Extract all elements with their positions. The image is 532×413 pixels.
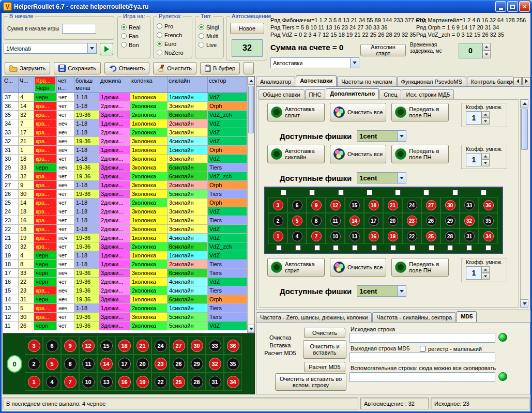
number-17[interactable]: 17 [118, 358, 131, 370]
number-15[interactable]: 15 [349, 200, 360, 210]
number-12[interactable]: 12 [330, 200, 341, 210]
number-24[interactable]: 24 [155, 340, 167, 352]
md5-clear-paste-button[interactable]: Очистить и вставить [303, 340, 346, 359]
number-3[interactable]: 3 [28, 340, 40, 352]
number-5[interactable]: 5 [292, 216, 302, 226]
radio-icon[interactable] [157, 50, 162, 55]
radio-icon[interactable] [199, 24, 204, 30]
number-13[interactable]: 13 [349, 231, 360, 241]
number-36[interactable]: 36 [227, 340, 239, 352]
sub-tab[interactable]: Спец [379, 89, 401, 99]
main-tab[interactable]: Частоты по числам [337, 77, 396, 86]
sub-tab[interactable]: Общие ставки [259, 89, 305, 99]
bet-checkbox[interactable] [276, 245, 282, 251]
bet-checkbox[interactable] [423, 190, 429, 195]
number-28[interactable]: 28 [445, 231, 455, 241]
number-15[interactable]: 15 [100, 340, 113, 352]
play-button[interactable] [100, 43, 113, 55]
number-7[interactable]: 7 [64, 376, 77, 388]
autospin-start-button[interactable]: Автоспин старт [360, 44, 406, 56]
combo-arrow-icon[interactable] [87, 43, 96, 53]
chips-combo[interactable]: 1cent [357, 172, 406, 183]
transfer-to-pn-button[interactable]: Передать в поле ПН [391, 258, 449, 277]
main-tab[interactable]: Контроль банкрол [467, 77, 513, 86]
radio-French[interactable]: French [157, 30, 192, 39]
panel-scrollbar[interactable] [520, 99, 528, 308]
clear-button[interactable]: Очистить [153, 62, 196, 74]
radio-Live[interactable]: Live [199, 40, 223, 49]
scroll-down-icon[interactable] [521, 299, 528, 308]
bet-checkbox[interactable] [447, 245, 453, 251]
bet-checkbox[interactable] [295, 245, 301, 251]
radio-Real[interactable]: Real [121, 23, 150, 32]
scroll-up-icon[interactable] [521, 99, 528, 108]
number-3[interactable]: 3 [273, 200, 283, 210]
number-5[interactable]: 5 [46, 358, 58, 370]
main-tab[interactable]: Анализатор [256, 77, 295, 86]
spin-down-icon[interactable] [482, 51, 491, 58]
save-button[interactable]: Сохранить [54, 62, 101, 74]
number-24[interactable]: 24 [407, 200, 417, 210]
chips-combo[interactable]: 1cent [357, 285, 406, 297]
number-23[interactable]: 23 [155, 358, 167, 370]
radio-icon[interactable] [157, 23, 162, 29]
number-7[interactable]: 7 [311, 231, 322, 241]
number-27[interactable]: 27 [173, 340, 185, 352]
number-28[interactable]: 28 [191, 376, 203, 388]
source-string-input[interactable] [349, 333, 495, 343]
table-scrollbar[interactable] [247, 77, 254, 333]
transfer-to-pn-button[interactable]: Передать в поле ПН [391, 145, 449, 163]
minimize-button[interactable] [495, 1, 506, 12]
number-17[interactable]: 17 [369, 216, 379, 226]
clear-all-button[interactable]: Очистить все [330, 145, 386, 163]
md5-go-icon[interactable] [498, 372, 507, 381]
bet-checkbox[interactable] [309, 190, 315, 195]
radio-Bon[interactable]: Bon [121, 40, 150, 49]
number-8[interactable]: 8 [64, 358, 77, 370]
bet-checkbox[interactable] [390, 245, 396, 251]
number-27[interactable]: 27 [426, 200, 436, 210]
number-30[interactable]: 30 [191, 340, 203, 352]
number-13[interactable]: 13 [100, 376, 113, 388]
number-33[interactable]: 33 [209, 340, 221, 352]
number-26[interactable]: 26 [426, 216, 436, 226]
bet-checkbox[interactable] [429, 245, 434, 251]
freq-tab[interactable]: MD5 [457, 311, 477, 322]
bet-checkbox[interactable] [314, 245, 320, 251]
bet-checkbox[interactable] [338, 190, 344, 195]
combo-arrow-icon[interactable] [397, 173, 406, 183]
bet-checkbox[interactable] [485, 245, 491, 251]
number-34[interactable]: 34 [483, 231, 494, 241]
main-tab[interactable]: Автоставки [296, 75, 337, 86]
scroll-up-icon[interactable] [248, 77, 254, 85]
autobet-sixline-button[interactable]: Автоставка сиклайн [267, 145, 325, 163]
spin-up-icon[interactable] [481, 111, 490, 118]
clear-all-button[interactable]: Очистить все [330, 258, 386, 277]
number-8[interactable]: 8 [311, 216, 322, 226]
number-4[interactable]: 4 [46, 376, 58, 388]
main-tab[interactable]: Функционал PsevdoMS [397, 77, 466, 86]
clear-all-button[interactable]: Очистить все [330, 103, 386, 121]
number-21[interactable]: 21 [136, 340, 149, 352]
bet-checkbox[interactable] [371, 245, 377, 251]
number-21[interactable]: 21 [388, 200, 398, 210]
number-10[interactable]: 10 [330, 231, 341, 241]
number-35[interactable]: 35 [227, 358, 239, 370]
spin-down-icon[interactable] [481, 118, 490, 125]
number-zero[interactable]: 0 [7, 355, 22, 373]
radio-icon[interactable] [121, 24, 127, 30]
radio-icon[interactable] [199, 33, 204, 39]
scroll-track[interactable] [248, 85, 254, 325]
number-36[interactable]: 36 [483, 200, 494, 210]
number-20[interactable]: 20 [388, 216, 398, 226]
number-16[interactable]: 16 [369, 231, 379, 241]
bet-checkbox[interactable] [409, 245, 415, 251]
delay-spinner[interactable]: 0 [459, 43, 491, 58]
autobet-street-button[interactable]: Автоставка стрит [267, 258, 325, 277]
number-22[interactable]: 22 [155, 376, 167, 388]
number-2[interactable]: 2 [273, 216, 283, 226]
bet-checkbox[interactable] [281, 190, 286, 195]
radio-icon[interactable] [157, 41, 162, 47]
collapse-button[interactable]: — [244, 62, 254, 74]
bet-checkbox[interactable] [333, 245, 339, 251]
